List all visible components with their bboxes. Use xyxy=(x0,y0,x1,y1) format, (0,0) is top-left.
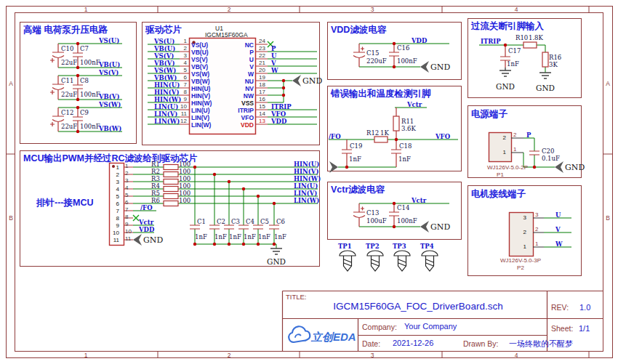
fault-output-circuit[interactable] xyxy=(329,108,458,173)
connector-part-number: WJ126V-5.0-3P xyxy=(484,257,557,264)
cap-ref: C1 xyxy=(197,218,206,225)
header-pin-number: 8 xyxy=(110,215,119,222)
header-pin-number: 3 xyxy=(110,179,119,185)
cap-ref: C4 xyxy=(246,218,254,225)
header-pin-number: 11 xyxy=(108,237,119,243)
sheet-value: 1/1 xyxy=(579,324,590,333)
date-label: Date: xyxy=(362,339,380,348)
cap-ref: C9 xyxy=(80,109,89,116)
pin-number: 20 xyxy=(259,67,265,73)
pin-name: VB(U) xyxy=(191,49,209,56)
easyeda-logo-text: 立创EDA xyxy=(311,331,356,344)
pin-number: 13 xyxy=(259,118,265,124)
pin-name: HIN(W) xyxy=(191,100,212,107)
net-label: /FO xyxy=(329,133,341,140)
net-label: VDD xyxy=(271,118,286,125)
cap-value: 22uF xyxy=(61,59,77,66)
header-pad-number: 2 xyxy=(125,170,128,177)
connector-pad-number: 2 xyxy=(513,132,516,138)
cap-value: 1nF xyxy=(195,233,207,240)
cap-ref: C6 xyxy=(276,218,285,225)
frame-row-a-right: A xyxy=(603,80,612,87)
connector-pin-number: 2 xyxy=(493,134,506,141)
pin-number: 16 xyxy=(259,96,265,102)
test-points[interactable] xyxy=(340,251,438,271)
connector-ref: P2 xyxy=(510,264,531,271)
net-label: LIN(U) xyxy=(294,182,318,190)
resistor-value: 100 xyxy=(179,175,190,182)
frame-row-b-right: B xyxy=(603,214,612,222)
gnd-label: GND xyxy=(430,62,450,72)
cap-value: 1nF xyxy=(507,60,519,68)
resistor-value: 3.6K xyxy=(401,125,416,132)
pin-name: VS(V) xyxy=(191,56,208,63)
rev-value: 1.0 xyxy=(579,303,590,312)
net-label: VFO xyxy=(436,133,450,140)
connector-pin-number: 1 xyxy=(513,243,526,250)
frame-row-a-left: A xyxy=(7,80,15,87)
net-label: LIN(V) xyxy=(294,190,317,197)
net-label: LIN(W) xyxy=(294,197,319,204)
net-label: VS(V) xyxy=(154,52,174,60)
pin-number: 17 xyxy=(259,89,265,95)
connector-pad-number: 1 xyxy=(513,146,516,153)
net-label: U xyxy=(271,52,276,60)
net-label: /FO xyxy=(140,204,153,211)
sheet-label: Sheet: xyxy=(551,324,573,333)
cap-ref: C10 xyxy=(61,45,73,52)
cap-ref: C2 xyxy=(217,218,225,225)
resistor-ref: R12 xyxy=(366,129,379,137)
net-label: VS(V) xyxy=(99,69,119,76)
frame-col-3-top: 3 xyxy=(361,6,383,13)
cap-value: 100nF xyxy=(80,91,100,98)
header-pad-number: 8 xyxy=(125,214,128,220)
frame-col-2-top: 2 xyxy=(218,6,240,13)
pin-number: 2 xyxy=(172,45,187,52)
net-label: W xyxy=(555,240,563,248)
pin-name: VB(W) xyxy=(191,78,210,85)
pin-name: LIN(W) xyxy=(191,121,211,129)
header-pad-number: 5 xyxy=(125,192,128,198)
net-label: VB(U) xyxy=(99,61,120,68)
cap-value: 100nF xyxy=(80,123,100,130)
cap-value: 100nF xyxy=(397,217,417,225)
header-pin-number: 5 xyxy=(110,193,119,200)
pin-number: 14 xyxy=(259,110,265,117)
net-label: VDD xyxy=(139,226,154,233)
net-label: VFO xyxy=(271,110,286,118)
pin-name: HIN(V) xyxy=(191,92,210,100)
net-label: VDD xyxy=(412,37,427,44)
cap-ref: C20 xyxy=(542,147,554,155)
pin-number: 23 xyxy=(259,45,265,52)
net-label: VB(V) xyxy=(99,93,119,100)
connector-part-number: WJ126V-5.0-2P xyxy=(473,164,542,171)
resistor-value: 100 xyxy=(179,168,190,175)
pin-name: VSS xyxy=(218,100,254,107)
gnd-label: GND xyxy=(430,222,450,232)
pin-number: 6 xyxy=(172,74,187,81)
net-label: U xyxy=(555,211,561,219)
cap-ref: C14 xyxy=(397,204,409,211)
connector-pin-number: 3 xyxy=(513,214,526,221)
resistor-value: 3K xyxy=(549,61,558,68)
frame-col-1-top: 1 xyxy=(75,6,97,13)
header-pin-number: 7 xyxy=(110,208,119,214)
connector-pad-number: 1 xyxy=(535,240,538,247)
block-title-motor-terminal: 电机接线端子 xyxy=(471,188,526,201)
cap-ref: C3 xyxy=(231,218,240,225)
pin-name: NV xyxy=(218,85,254,92)
net-label: VS(W) xyxy=(99,101,121,108)
resistor-ref: R11 xyxy=(401,118,414,125)
header-pin-number: 4 xyxy=(110,186,119,193)
header-pad-number: 7 xyxy=(125,206,128,213)
charge-pump-circuit[interactable] xyxy=(50,42,122,133)
cap-value: 1nF xyxy=(398,155,411,163)
pin-number: 4 xyxy=(172,60,187,66)
frame-col-2-bottom: 2 xyxy=(218,352,240,359)
cap-value: 22uF xyxy=(61,91,77,98)
gnd-label: GND xyxy=(143,235,163,245)
net-label: Vctr xyxy=(412,197,426,204)
company-value: Your Company xyxy=(404,322,457,331)
block-title-driver-chip: 驱动芯片 xyxy=(145,24,182,36)
resistor-ref: R6 xyxy=(151,197,160,204)
